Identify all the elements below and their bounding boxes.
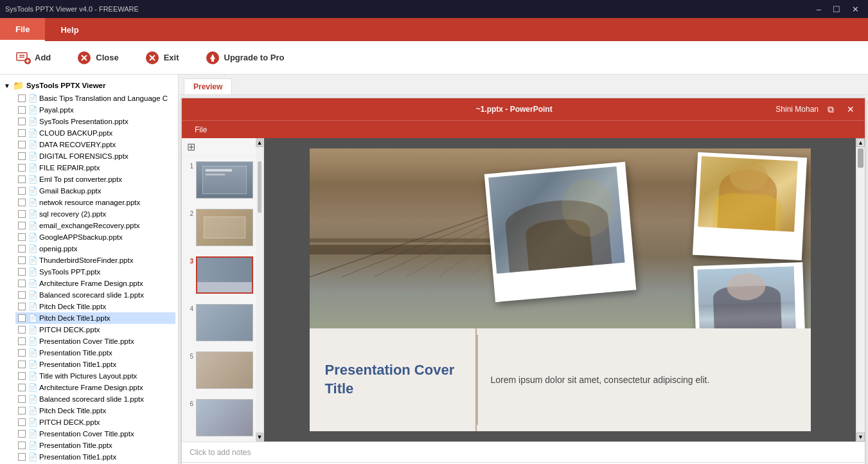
checkbox[interactable]	[18, 280, 26, 287]
exit-button[interactable]: Exit	[137, 46, 187, 69]
preview-tab[interactable]: Preview	[184, 78, 232, 94]
checkbox[interactable]	[18, 337, 26, 345]
checkbox[interactable]	[18, 291, 26, 299]
list-item[interactable]: 📄 Presentation Title.pptx	[15, 440, 175, 451]
list-item[interactable]: 📄 PITCH DECK.pptx	[15, 324, 175, 335]
checkbox[interactable]	[18, 187, 26, 195]
checkbox[interactable]	[18, 164, 26, 172]
checkbox[interactable]	[18, 118, 26, 125]
list-item[interactable]: 📄 netwok resource manager.pptx	[15, 197, 175, 208]
checkbox[interactable]	[18, 129, 26, 137]
list-item[interactable]: 📄 sql recovery (2).pptx	[15, 208, 175, 220]
checkbox[interactable]	[18, 199, 26, 206]
checkbox[interactable]	[18, 384, 26, 391]
checkbox[interactable]	[18, 94, 26, 102]
list-item[interactable]: 📄 email_exchangeRecovery.pptx	[15, 220, 175, 231]
list-item[interactable]: 📄 SysTools Presentation.pptx	[15, 116, 175, 127]
upgrade-button[interactable]: Upgrade to Pro	[197, 46, 292, 69]
list-item[interactable]: 📄 Presentation Cover Title.pptx	[15, 428, 175, 440]
scroll-up-button[interactable]: ▲	[856, 138, 865, 147]
scroll-down-button[interactable]: ▼	[856, 433, 865, 442]
checkbox[interactable]	[18, 152, 26, 160]
checkbox[interactable]	[18, 175, 26, 183]
thumbnail-item-2[interactable]: 2	[182, 204, 256, 251]
list-item[interactable]: 📄 Basic Tips Translation and Language C	[15, 93, 175, 104]
checkbox[interactable]	[18, 361, 26, 368]
minimize-button[interactable]: –	[813, 3, 825, 15]
list-item[interactable]: 📄 Gmail Backup.pptx	[15, 185, 175, 197]
list-item[interactable]: 📄 DATA RECOVERY.pptx	[15, 139, 175, 150]
ppt-window: ~1.pptx - PowerPoint Shini Mohan ⧉ ✕ Fil…	[181, 98, 865, 464]
checkbox[interactable]	[18, 210, 26, 218]
list-item[interactable]: 📄 Presentation Cover Title.pptx	[15, 335, 175, 347]
list-item[interactable]: 📄 Payal.pptx	[15, 104, 175, 116]
list-item[interactable]: 📄 PITCH DECK.pptx	[15, 416, 175, 428]
list-item[interactable]: 📄 Title with Pictures Layout.pptx	[15, 370, 175, 382]
list-item[interactable]: 📄 FILE REPAIR.pptx	[15, 162, 175, 174]
checkbox[interactable]	[18, 245, 26, 253]
checkbox[interactable]	[18, 372, 26, 380]
menu-file[interactable]: File	[0, 18, 45, 41]
checkbox[interactable]	[18, 222, 26, 229]
notes-bar[interactable]: Click to add notes	[182, 442, 865, 462]
checkbox[interactable]	[18, 141, 26, 148]
list-item[interactable]: 📄 Architecture Frame Design.pptx	[15, 278, 175, 289]
checkbox[interactable]	[18, 256, 26, 264]
tree-root-item[interactable]: ▼ 📁 SysTools PPTX Viewer	[3, 78, 175, 93]
list-item[interactable]: 📄 Balanced scorecard slide 1.pptx	[15, 393, 175, 405]
list-item[interactable]: 📄 GoogleAPPSbackup.pptx	[15, 231, 175, 243]
file-name: Presentation Title.pptx	[39, 442, 112, 449]
list-item[interactable]: 📄 Presentation Title.pptx	[15, 347, 175, 359]
add-button[interactable]: Add	[8, 46, 58, 69]
thumbnail-item-4[interactable]: 4	[182, 299, 256, 346]
list-item[interactable]: 📄 Pitch Deck Title.pptx	[15, 301, 175, 312]
close-window-button[interactable]: ✕	[848, 3, 863, 15]
thumbnail-item-5[interactable]: 5	[182, 346, 256, 394]
thumbnail-item-1[interactable]: 1	[182, 156, 256, 204]
checkbox[interactable]	[18, 233, 26, 241]
add-icon	[15, 50, 31, 66]
checkbox[interactable]	[18, 442, 26, 449]
scroll-thumb[interactable]	[258, 161, 261, 213]
checkbox[interactable]	[18, 268, 26, 276]
list-item[interactable]: 📄 Architecture Frame Design.pptx	[15, 382, 175, 393]
thumbnail-scrollbar[interactable]: ▲ ▼	[256, 138, 263, 442]
file-tree-panel[interactable]: ▼ 📁 SysTools PPTX Viewer 📄 Basic Tips Tr…	[0, 75, 179, 464]
scroll-up-button[interactable]: ▲	[256, 138, 263, 147]
thumbnail-item-6[interactable]: 6	[182, 394, 256, 442]
file-name: Title with Pictures Layout.pptx	[39, 372, 137, 380]
list-item[interactable]: 📄 Balanced scorecard slide 1.pptx	[15, 289, 175, 301]
ppt-maximize-button[interactable]: ⧉	[824, 103, 838, 116]
checkbox[interactable]	[18, 430, 26, 438]
maximize-button[interactable]: ☐	[829, 3, 844, 15]
list-item[interactable]: 📄 Presentation Title1.pptx	[15, 359, 175, 370]
checkbox[interactable]	[18, 407, 26, 415]
ppt-file-menu[interactable]: File	[188, 124, 213, 136]
thumbnail-item-3[interactable]: 3	[182, 251, 256, 299]
checkbox[interactable]	[18, 395, 26, 403]
checkbox[interactable]	[18, 349, 26, 357]
list-item[interactable]: 📄 DIGITAL FORENSICS.pptx	[15, 150, 175, 162]
checkbox[interactable]	[18, 418, 26, 426]
menu-help[interactable]: Help	[45, 18, 94, 41]
checkbox[interactable]	[18, 326, 26, 334]
scroll-thumb[interactable]	[858, 148, 864, 168]
file-name: sql recovery (2).pptx	[39, 210, 106, 218]
checkbox[interactable]	[18, 314, 26, 322]
ppt-close-button[interactable]: ✕	[843, 103, 858, 116]
list-item[interactable]: 📄 openig.pptx	[15, 243, 175, 254]
list-item[interactable]: 📄 CLOUD BACKUP.pptx	[15, 127, 175, 139]
checkbox[interactable]	[18, 453, 26, 461]
close-button[interactable]: Close	[69, 46, 126, 69]
checkbox[interactable]	[18, 106, 26, 114]
list-item[interactable]: 📄 SysTools PPT.pptx	[15, 266, 175, 278]
list-item[interactable]: 📄 Eml To pst converter.pptx	[15, 174, 175, 185]
slide-right-scrollbar[interactable]: ▲ ▼	[856, 138, 865, 442]
list-item[interactable]: 📄 Pitch Deck Title1.pptx	[15, 312, 175, 324]
list-item[interactable]: 📄 ThunderbirdStoreFinder.pptx	[15, 254, 175, 266]
list-item[interactable]: 📄 Presentation Title1.pptx	[15, 451, 175, 463]
list-item[interactable]: 📄 Pitch Deck Title.pptx	[15, 405, 175, 416]
scroll-down-button[interactable]: ▼	[256, 433, 263, 442]
checkbox[interactable]	[18, 303, 26, 310]
file-name: Payal.pptx	[39, 106, 74, 114]
